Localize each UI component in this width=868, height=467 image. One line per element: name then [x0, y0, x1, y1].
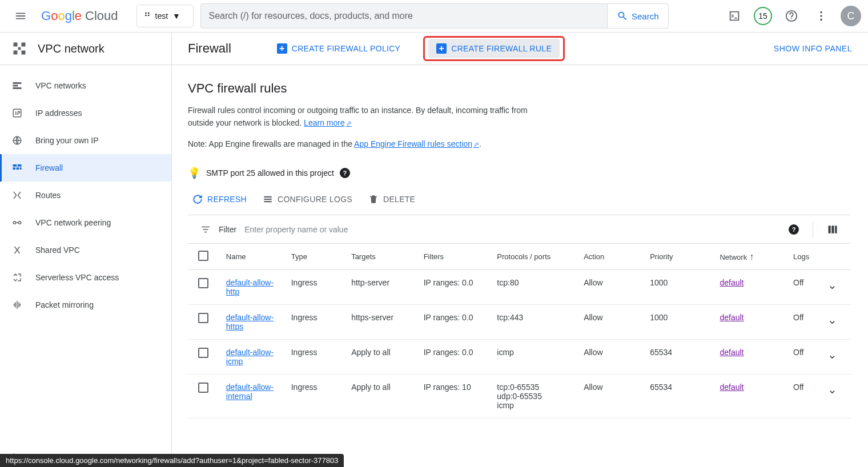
project-icon: ⠛ — [144, 11, 151, 22]
sidebar-item-vpc-networks[interactable]: VPC networks — [0, 72, 171, 99]
row-checkbox[interactable] — [198, 278, 208, 288]
col-type[interactable]: Type — [284, 244, 344, 270]
rule-name-link[interactable]: default-allow-icmp — [226, 348, 278, 366]
trash-icon — [368, 194, 379, 204]
sidebar-item-byoip[interactable]: Bring your own IP — [0, 127, 171, 154]
sidebar-item-peering[interactable]: VPC network peering — [0, 209, 171, 236]
svg-rect-9 — [13, 82, 22, 84]
project-name: test — [155, 11, 168, 21]
logo[interactable]: Google Cloud — [41, 9, 118, 23]
hint-row: 💡 SMTP port 25 allowed in this project ? — [188, 159, 868, 187]
svg-rect-21 — [264, 196, 272, 198]
filter-input[interactable]: Enter property name or value — [244, 225, 348, 234]
status-bar-url: https://console.cloud.google.com/network… — [0, 454, 344, 467]
svg-point-3 — [820, 19, 822, 21]
external-link-icon: ⬀ — [346, 119, 352, 127]
learn-more-link[interactable]: Learn more⬀ — [304, 118, 352, 127]
search-button[interactable]: Search — [608, 3, 669, 29]
svg-rect-16 — [13, 167, 16, 170]
table-row: default-allow-https Ingress https-server… — [188, 305, 851, 340]
chevron-down-icon: ▼ — [172, 11, 180, 21]
project-picker[interactable]: ⠛ test ▼ — [136, 5, 194, 27]
peering-icon — [11, 218, 23, 228]
col-name[interactable]: Name — [219, 244, 284, 270]
select-all-checkbox[interactable] — [198, 251, 208, 261]
expand-row-icon[interactable]: ⌄ — [827, 383, 837, 396]
cloud-shell-icon[interactable] — [724, 6, 745, 26]
more-icon[interactable] — [811, 6, 831, 26]
vpc-icon — [11, 41, 27, 57]
configure-logs-button[interactable]: CONFIGURE LOGS — [263, 194, 352, 204]
col-logs[interactable]: Logs — [786, 244, 819, 270]
network-link[interactable]: default — [720, 383, 744, 392]
networks-icon — [11, 80, 23, 91]
svg-rect-25 — [831, 226, 834, 233]
network-link[interactable]: default — [720, 278, 744, 287]
rule-name-link[interactable]: default-allow-https — [226, 313, 278, 331]
sidebar-item-ip-addresses[interactable]: IP addresses — [0, 99, 171, 127]
col-priority[interactable]: Priority — [643, 244, 713, 270]
svg-rect-15 — [18, 164, 22, 167]
sidebar-item-packet-mirroring[interactable]: Packet mirroring — [0, 291, 171, 319]
refresh-icon — [192, 194, 203, 204]
hamburger-menu-icon[interactable] — [7, 2, 34, 30]
sidebar-item-routes[interactable]: Routes — [0, 182, 171, 209]
create-firewall-policy-button[interactable]: + CREATE FIREWALL POLICY — [269, 39, 408, 58]
filter-help-icon[interactable]: ? — [789, 224, 799, 235]
svg-rect-8 — [18, 47, 21, 50]
trial-badge[interactable]: 15 — [754, 7, 772, 25]
col-network[interactable]: Network↑ — [713, 244, 786, 270]
description-2: Note: App Engine firewalls are managed i… — [188, 138, 553, 151]
serverless-icon — [11, 272, 23, 283]
avatar[interactable]: C — [841, 6, 861, 26]
refresh-button[interactable]: REFRESH — [192, 194, 247, 204]
mirror-icon — [11, 300, 23, 310]
sidebar: VPC network VPC networks IP addresses Br… — [0, 33, 172, 467]
help-icon[interactable]: ? — [340, 168, 350, 178]
delete-button[interactable]: DELETE — [368, 194, 415, 204]
network-link[interactable]: default — [720, 348, 744, 357]
expand-row-icon[interactable]: ⌄ — [827, 313, 837, 326]
columns-icon[interactable] — [827, 224, 838, 235]
hint-text: SMTP port 25 allowed in this project — [206, 168, 334, 178]
sidebar-header[interactable]: VPC network — [0, 33, 171, 65]
create-firewall-rule-button[interactable]: + CREATE FIREWALL RULE — [428, 39, 560, 58]
highlight-annotation: + CREATE FIREWALL RULE — [423, 36, 565, 61]
col-action[interactable]: Action — [577, 244, 643, 270]
search-icon — [617, 10, 628, 22]
globe-icon — [11, 135, 23, 146]
svg-rect-17 — [17, 167, 19, 170]
page-title: Firewall — [188, 41, 231, 56]
logs-icon — [263, 194, 273, 204]
lightbulb-icon: 💡 — [188, 167, 200, 179]
help-icon[interactable] — [781, 6, 802, 26]
app-engine-link[interactable]: App Engine Firewall rules section⬀ — [354, 139, 479, 148]
table-row: default-allow-internal Ingress Apply to … — [188, 375, 851, 418]
col-protocols[interactable]: Protocols / ports — [490, 244, 577, 270]
table-row: default-allow-icmp Ingress Apply to all … — [188, 340, 851, 375]
sidebar-item-firewall[interactable]: Firewall — [0, 154, 171, 182]
svg-rect-7 — [22, 51, 26, 55]
ip-icon — [11, 108, 23, 118]
search-input[interactable]: Search (/) for resources, docs, products… — [200, 3, 608, 29]
row-checkbox[interactable] — [198, 348, 208, 358]
filter-icon — [200, 224, 211, 235]
row-checkbox[interactable] — [198, 313, 208, 323]
svg-rect-23 — [264, 201, 272, 202]
rule-name-link[interactable]: default-allow-http — [226, 278, 278, 296]
svg-rect-24 — [829, 226, 831, 233]
external-link-icon: ⬀ — [473, 140, 479, 148]
firewall-rules-table: Name Type Targets Filters Protocols / po… — [188, 244, 851, 418]
expand-row-icon[interactable]: ⌄ — [827, 279, 837, 291]
row-checkbox[interactable] — [198, 383, 208, 393]
sidebar-item-serverless[interactable]: Serverless VPC access — [0, 264, 171, 291]
svg-rect-4 — [14, 43, 18, 47]
shared-icon — [11, 245, 23, 255]
network-link[interactable]: default — [720, 313, 744, 322]
expand-row-icon[interactable]: ⌄ — [827, 348, 837, 361]
show-info-panel-button[interactable]: SHOW INFO PANEL — [774, 44, 852, 53]
col-filters[interactable]: Filters — [417, 244, 491, 270]
sidebar-item-shared-vpc[interactable]: Shared VPC — [0, 236, 171, 264]
rule-name-link[interactable]: default-allow-internal — [226, 383, 278, 401]
col-targets[interactable]: Targets — [344, 244, 417, 270]
